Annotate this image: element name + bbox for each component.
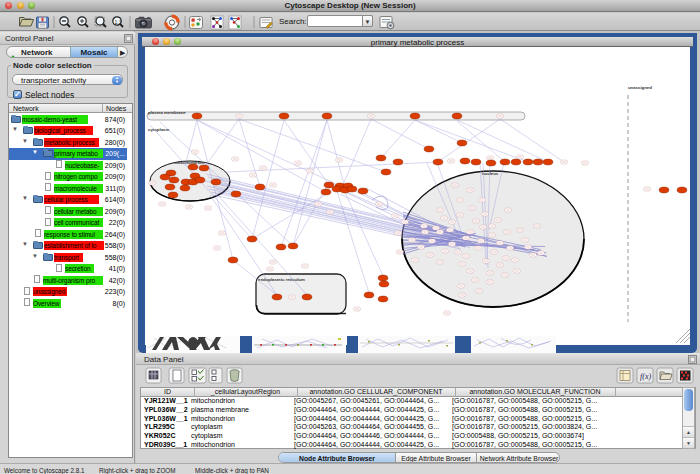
svg-text:1:1: 1:1 bbox=[115, 18, 122, 24]
svg-text:nucleus: nucleus bbox=[482, 171, 499, 176]
svg-text:unassigned: unassigned bbox=[628, 85, 652, 90]
svg-text:plasma membrane: plasma membrane bbox=[148, 110, 186, 115]
svg-text:f(x): f(x) bbox=[640, 372, 651, 381]
svg-text:mitochondrion: mitochondrion bbox=[174, 160, 204, 165]
svg-text:endoplasmic reticulum: endoplasmic reticulum bbox=[258, 277, 305, 282]
